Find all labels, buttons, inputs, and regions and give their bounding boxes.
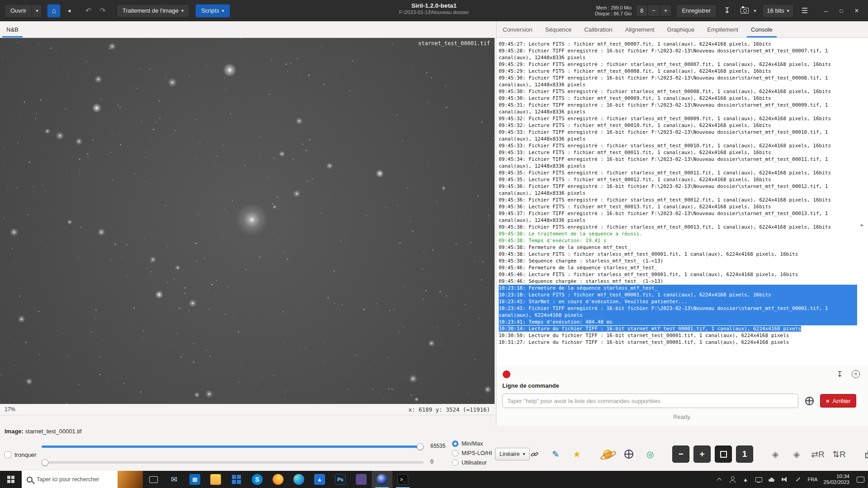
link-icon xyxy=(531,450,538,458)
radio-mips-lo-hi[interactable]: MIPS-LO/HI xyxy=(452,448,492,458)
taskbar-app-mail[interactable]: ✉ xyxy=(164,471,184,488)
taskbar-app-store[interactable]: ⊞ xyxy=(184,471,205,488)
astrometry-button[interactable] xyxy=(599,446,616,463)
tab-empilement[interactable]: Empilement xyxy=(701,21,745,38)
taskbar-app-firefox[interactable] xyxy=(268,471,288,488)
mirror-y-button[interactable]: ⇅R xyxy=(830,446,848,463)
taskbar-clock[interactable]: 10:34 25/02/2023 xyxy=(823,474,849,485)
radio-utilisateur[interactable]: Utilisateur xyxy=(452,458,492,467)
low-threshold-slider[interactable] xyxy=(42,459,424,466)
slider-handle[interactable] xyxy=(417,443,424,450)
save-as-button[interactable]: ↧ xyxy=(721,4,733,18)
log-line: 09:45:38: Le traitement de la séquence a… xyxy=(499,230,857,237)
command-help-button[interactable] xyxy=(802,394,816,408)
open-dropdown-button[interactable]: ▾ xyxy=(32,4,42,18)
taskbar-app-office[interactable] xyxy=(226,471,247,488)
start-button[interactable] xyxy=(0,471,22,488)
zoom-one-button[interactable]: 1 xyxy=(736,446,753,463)
tab-calibration[interactable]: Calibration xyxy=(578,21,618,38)
snapshot-dropdown-button[interactable]: ▾ xyxy=(751,4,758,18)
slider-handle[interactable] xyxy=(42,459,48,466)
image-panel: N&B starnet_test_00001.tif 17% x: 6189 y… xyxy=(0,21,495,415)
console-log[interactable]: 09:45:27: Lecture FITS : fichier mtf_tes… xyxy=(496,38,868,366)
minimize-button[interactable]: – xyxy=(818,4,834,18)
spin-down-button[interactable]: − xyxy=(647,5,660,16)
stop-button[interactable]: ×Arrêter xyxy=(820,394,856,408)
radio-icon xyxy=(452,450,458,456)
taskbar-app-edge[interactable] xyxy=(288,471,309,488)
sky-map-button[interactable] xyxy=(620,446,637,463)
tray-display-icon[interactable] xyxy=(755,476,762,483)
taskbar-app-gimp[interactable] xyxy=(351,471,372,488)
taskbar-app-photos[interactable]: ▲ xyxy=(309,471,330,488)
taskbar-app-file-explorer[interactable] xyxy=(205,471,226,488)
tray-upload-icon[interactable] xyxy=(742,476,749,483)
window-title: Siril-1.2.0-beta1 xyxy=(399,2,469,9)
home-button[interactable]: ⌂ xyxy=(47,4,61,18)
tray-volume-icon[interactable] xyxy=(781,476,788,483)
tray-cloud-icon[interactable] xyxy=(768,476,775,483)
tray-person-icon[interactable] xyxy=(729,476,736,483)
thread-spinner[interactable]: 8−+ xyxy=(636,5,672,17)
taskbar-app-task-view[interactable] xyxy=(143,471,164,488)
truncate-checkbox[interactable]: tronquer xyxy=(5,451,36,458)
tray-icon-group xyxy=(716,476,802,483)
high-threshold-slider[interactable] xyxy=(42,443,424,450)
mirror-x-button[interactable]: ⇄R xyxy=(809,446,826,463)
clear-log-button[interactable]: × xyxy=(850,368,862,380)
siril-icon xyxy=(377,474,387,485)
taskbar-app-terminal[interactable]: >_ xyxy=(392,471,413,488)
maximize-button[interactable]: □ xyxy=(834,4,849,18)
star-detection-button[interactable]: ★ xyxy=(568,446,585,463)
zoom-out-button[interactable]: − xyxy=(672,446,689,463)
caption-prefix: Image: xyxy=(5,428,24,435)
image-viewport[interactable]: starnet_test_00001.tif xyxy=(0,38,495,404)
log-line: 09:45:32: Lecture FITS : fichier mtf_tes… xyxy=(499,122,857,129)
tab-alignement[interactable]: Alignement xyxy=(618,21,660,38)
taskbar-app-siril[interactable] xyxy=(372,471,392,488)
log-line: 09:45:30: Fichier FITS enregistré : fich… xyxy=(499,88,857,95)
annotations-button[interactable]: ✎ xyxy=(547,446,564,463)
snapshot-button[interactable] xyxy=(737,4,751,18)
language-indicator[interactable]: FRA xyxy=(807,477,817,482)
scripts-button[interactable]: Scripts▾ xyxy=(195,4,230,18)
undo-icon: ↶ xyxy=(85,6,91,15)
log-line: 09:45:27: Lecture FITS : fichier mtf_tes… xyxy=(499,41,857,47)
photometry-button[interactable]: ◈ xyxy=(767,446,784,463)
save-button[interactable]: Enregistrer xyxy=(676,4,717,18)
office-icon xyxy=(232,475,241,484)
samp-button[interactable]: ◎ xyxy=(642,446,659,463)
tab-conversion[interactable]: Conversion xyxy=(496,21,539,38)
aberration-inspector-button[interactable]: ◈ xyxy=(788,446,805,463)
link-channels-button[interactable] xyxy=(528,448,541,460)
tab-séquence[interactable]: Séquence xyxy=(539,21,578,38)
log-line: 10:23:41: Temps d'exécution: 484.48 ms xyxy=(499,319,857,325)
scale-mode-dropdown[interactable]: Linéaire▾ xyxy=(495,448,530,460)
notification-center-icon[interactable] xyxy=(857,477,864,483)
tab-console[interactable]: Console xyxy=(745,21,779,38)
open-button[interactable]: Ouvrir xyxy=(5,4,32,18)
radio-label: Utilisateur xyxy=(462,460,487,466)
liveview-button[interactable]: ● xyxy=(64,4,75,18)
panel-collapse-arrow[interactable]: ▸ xyxy=(861,221,864,228)
redo-button[interactable]: ↷ xyxy=(95,4,109,18)
zoom-in-button[interactable]: + xyxy=(693,446,711,463)
undo-button[interactable]: ↶ xyxy=(81,4,95,18)
image-processing-button[interactable]: Traitement de l'image▾ xyxy=(117,4,189,18)
radio-min-max[interactable]: Min/Max xyxy=(452,439,492,448)
tray-chevron-up-icon[interactable] xyxy=(716,476,723,483)
tab-graphique[interactable]: Graphique xyxy=(661,21,701,38)
layers-button[interactable] xyxy=(861,446,868,463)
spin-up-button[interactable]: + xyxy=(660,5,672,16)
taskbar-app-photo-editor[interactable]: Ps xyxy=(330,471,351,488)
export-log-button[interactable]: ↧ xyxy=(834,368,845,380)
close-button[interactable]: × xyxy=(849,4,864,18)
bitdepth-dropdown[interactable]: 16 bits▾ xyxy=(762,4,793,18)
command-input[interactable] xyxy=(502,394,798,408)
tab-nb[interactable]: N&B xyxy=(0,21,25,38)
taskbar-search[interactable]: Taper ici pour rechercher xyxy=(22,471,143,488)
tray-pen-icon[interactable] xyxy=(794,476,802,483)
taskbar-app-skype[interactable]: S xyxy=(247,471,268,488)
zoom-fit-button[interactable] xyxy=(715,446,732,463)
menu-button[interactable]: ☰ xyxy=(798,4,811,18)
